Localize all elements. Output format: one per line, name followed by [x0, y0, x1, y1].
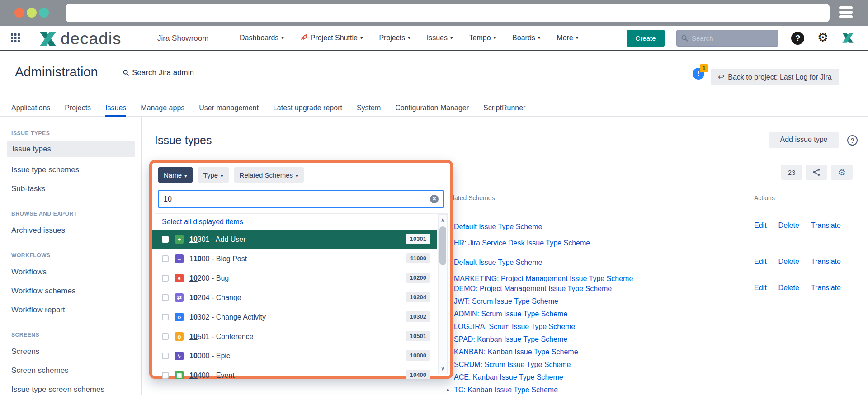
scheme-link[interactable]: KANBAN: Kanban Issue Type Scheme	[454, 348, 578, 356]
help-circle-icon[interactable]: ?	[847, 135, 858, 146]
edit-link[interactable]: Edit	[754, 221, 767, 230]
list-item-event[interactable]: ▦ 10400 - Event 10400	[152, 366, 437, 379]
list-item-bug[interactable]: ● 10200 - Bug 10200	[152, 268, 437, 288]
navbar-search-input[interactable]	[692, 34, 769, 42]
checkbox[interactable]	[162, 294, 169, 301]
window-maximize-dot[interactable]	[39, 8, 49, 18]
user-avatar-decadis-icon[interactable]	[842, 32, 854, 44]
checkbox[interactable]	[162, 255, 169, 262]
tab-manage-apps[interactable]: Manage apps	[141, 100, 184, 117]
checkbox[interactable]	[162, 236, 169, 243]
sidebar-item-sub-tasks[interactable]: Sub-tasks	[11, 180, 141, 199]
checkbox[interactable]	[162, 353, 169, 359]
tab-latest-upgrade-report[interactable]: Latest upgrade report	[273, 100, 342, 117]
navbar-search[interactable]	[676, 30, 778, 47]
admin-search[interactable]: Search Jira admin	[123, 68, 194, 77]
scroll-up-icon[interactable]: ∧	[439, 216, 447, 223]
scheme-link[interactable]: SCRUM: Scrum Issue Type Scheme	[454, 361, 571, 368]
app-switcher-icon[interactable]	[10, 33, 21, 43]
menu-projects[interactable]: Projects▾	[379, 34, 410, 42]
sidebar-item-screen-schemes[interactable]: Screen schemes	[11, 362, 141, 381]
create-button[interactable]: Create	[627, 30, 665, 47]
back-to-project-button[interactable]: ↩ Back to project: Last Log for Jira	[711, 69, 839, 85]
sidebar-item-screens[interactable]: Screens	[11, 343, 141, 362]
list-scrollbar[interactable]: ∧ ∨	[438, 214, 448, 374]
tab-applications[interactable]: Applications	[11, 100, 50, 117]
tab-configuration-manager[interactable]: Configuration Manager	[395, 100, 469, 117]
sidebar-item-workflows[interactable]: Workflows	[11, 263, 141, 282]
add-issue-type-button[interactable]: Add issue type	[769, 132, 839, 148]
delete-link[interactable]: Delete	[778, 284, 799, 292]
translate-link[interactable]: Translate	[811, 221, 841, 230]
tab-system[interactable]: System	[357, 100, 381, 117]
list-item-change-activity[interactable]: ‹› 10302 - Change Activity 10302	[152, 307, 437, 327]
sidebar-item-workflow-report[interactable]: Workflow report	[11, 301, 141, 320]
window-close-dot[interactable]	[14, 8, 24, 18]
list-item-blog-post[interactable]: ≡ 11000 - Blog Post 11000	[152, 249, 437, 268]
checkbox[interactable]	[162, 333, 169, 340]
checkbox[interactable]	[162, 314, 169, 320]
translate-link[interactable]: Translate	[811, 258, 841, 266]
scheme-link[interactable]: JWT: Scrum Issue Type Scheme	[454, 297, 558, 305]
edit-link[interactable]: Edit	[754, 284, 767, 292]
scheme-link[interactable]: TC: Kanban Issue Type Scheme	[454, 386, 558, 394]
help-icon[interactable]: ?	[791, 32, 804, 45]
filter-type-button[interactable]: Type▾	[198, 167, 229, 183]
table-settings-button[interactable]: ⚙	[831, 165, 853, 180]
filter-buttons: Name▾ Type▾ Related Schemes▾	[158, 167, 304, 183]
menu-project-shuttle[interactable]: Project Shuttle▾	[300, 34, 363, 42]
select-all-link[interactable]: Select all displayed items	[162, 218, 243, 226]
sidebar-item-issue-types[interactable]: Issue types	[7, 141, 135, 157]
sidebar-section-issue-types: ISSUE TYPES	[11, 130, 141, 136]
result-count-badge[interactable]: 23	[781, 165, 802, 180]
notification-icon[interactable]: ! 1	[693, 64, 712, 82]
scroll-down-icon[interactable]: ∨	[439, 365, 447, 372]
scrollbar-thumb[interactable]	[439, 226, 446, 265]
list-item-epic[interactable]: ϟ 10000 - Epic 10000	[152, 346, 437, 366]
delete-link[interactable]: Delete	[778, 258, 799, 266]
url-bar[interactable]	[66, 4, 830, 22]
scheme-link[interactable]: Default Issue Type Scheme	[454, 259, 542, 266]
sidebar-item-issue-type-screen-schemes[interactable]: Issue type screen schemes	[11, 381, 141, 395]
scheme-link[interactable]: ACE: Kanban Issue Type Scheme	[454, 373, 563, 381]
filter-name-button[interactable]: Name▾	[158, 167, 193, 183]
scheme-link[interactable]: HR: Jira Service Desk Issue Type Scheme	[454, 239, 590, 247]
scheme-link[interactable]: DEMO: Project Management Issue Type Sche…	[454, 285, 612, 292]
admin-gear-icon[interactable]: ⚙	[817, 30, 828, 45]
menu-more[interactable]: More▾	[557, 34, 578, 42]
decadis-logo[interactable]: decadis	[39, 29, 122, 48]
checkbox[interactable]	[162, 275, 169, 282]
window-minimize-dot[interactable]	[27, 8, 37, 18]
scheme-link[interactable]: LOGJIRA: Scrum Issue Type Scheme	[454, 323, 575, 330]
menu-tempo[interactable]: Tempo▾	[469, 34, 496, 42]
tab-projects[interactable]: Projects	[65, 100, 91, 117]
tab-user-management[interactable]: User management	[199, 100, 259, 117]
filter-search-field[interactable]: ✕	[158, 190, 444, 208]
list-item: Default Issue Type Scheme	[454, 254, 633, 271]
clear-search-icon[interactable]: ✕	[430, 195, 439, 203]
list-item-add-user[interactable]: + 10301 - Add User 10301	[152, 230, 437, 249]
sidebar-item-workflow-schemes[interactable]: Workflow schemes	[11, 282, 141, 301]
list-item: KANBAN: Kanban Issue Type Scheme	[454, 346, 612, 358]
sidebar-item-archived-issues[interactable]: Archived issues	[11, 221, 141, 240]
checkbox[interactable]	[162, 372, 169, 379]
menu-issues[interactable]: Issues▾	[427, 34, 453, 42]
list-item-conference[interactable]: ϙ 10501 - Conference 10501	[152, 327, 437, 346]
tab-issues[interactable]: Issues	[105, 100, 126, 117]
share-button[interactable]	[806, 165, 827, 180]
scheme-link[interactable]: Default Issue Type Scheme	[454, 223, 542, 230]
menu-boards[interactable]: Boards▾	[512, 34, 540, 42]
filter-related-schemes-button[interactable]: Related Schemes▾	[234, 167, 304, 183]
sidebar-item-issue-type-schemes[interactable]: Issue type schemes	[11, 161, 141, 180]
tab-scriptrunner[interactable]: ScriptRunner	[483, 100, 525, 117]
translate-link[interactable]: Translate	[811, 284, 841, 292]
menu-dashboards[interactable]: Dashboards▾	[240, 34, 284, 42]
edit-link[interactable]: Edit	[754, 258, 767, 266]
browser-menu-icon[interactable]	[839, 6, 856, 20]
filter-search-input[interactable]	[164, 195, 430, 203]
delete-link[interactable]: Delete	[778, 221, 799, 230]
scheme-link[interactable]: ADMIN: Scrum Issue Type Scheme	[454, 310, 567, 318]
list-item-change[interactable]: ⇄ 10204 - Change 10204	[152, 288, 437, 307]
table-row-actions: Edit Delete Translate	[754, 221, 841, 230]
scheme-link[interactable]: SPAD: Kanban Issue Type Scheme	[454, 335, 567, 343]
